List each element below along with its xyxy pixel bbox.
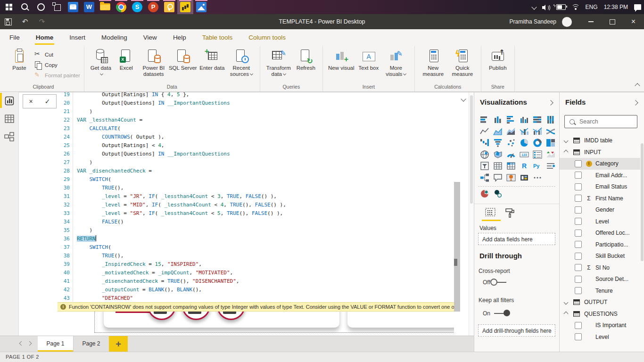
powerpoint-icon[interactable] xyxy=(145,0,161,14)
clock[interactable]: 12:38 PM xyxy=(604,4,628,10)
matrix-icon[interactable] xyxy=(504,160,518,172)
word-icon[interactable] xyxy=(81,0,97,14)
close-button[interactable]: × xyxy=(623,14,644,29)
photos-icon[interactable] xyxy=(193,0,209,14)
code-line-29[interactable]: 29 SWITCH( xyxy=(58,175,454,184)
expand-formula-bar-icon[interactable] xyxy=(461,96,466,101)
funnel-chart-icon[interactable] xyxy=(491,137,504,149)
code-line-33[interactable]: 33 _level = "SR", IF( _lessthan4Count < … xyxy=(58,209,454,218)
field-category[interactable]: !Category xyxy=(560,158,640,170)
code-line-36[interactable]: 36RETURN xyxy=(58,235,454,243)
menu-help[interactable]: Help xyxy=(173,29,186,46)
field-checkbox[interactable] xyxy=(575,195,582,202)
python-visual-icon[interactable]: Py xyxy=(531,160,544,172)
keep-all-filters-toggle[interactable]: On xyxy=(483,310,506,317)
field-checkbox[interactable] xyxy=(575,276,582,283)
menu-column-tools[interactable]: Column tools xyxy=(248,29,286,46)
report-canvas[interactable] xyxy=(58,312,454,336)
pie-chart-icon[interactable] xyxy=(518,137,531,149)
new-measure-button[interactable]: New measure xyxy=(419,46,447,77)
quick-measure-button[interactable]: Quick measure xyxy=(448,46,477,77)
kpi-icon[interactable] xyxy=(544,149,557,161)
copy-button[interactable]: Copy xyxy=(34,60,80,70)
cancel-formula-button[interactable]: × xyxy=(29,98,33,105)
power-bi-icon[interactable] xyxy=(177,0,193,14)
r-script-visual-icon[interactable]: R xyxy=(518,160,531,172)
menu-insert[interactable]: Insert xyxy=(69,29,85,46)
field-source-det[interactable]: Source Det... xyxy=(560,273,640,285)
smart-narrative-icon[interactable] xyxy=(544,160,557,172)
new-page-button[interactable]: + xyxy=(109,336,128,352)
power-bi-datasets-button[interactable]: Power BI datasets xyxy=(140,46,168,77)
code-line-23[interactable]: 23 CALCULATE( xyxy=(58,124,454,133)
publish-button[interactable]: Publish xyxy=(486,46,510,71)
field-email-status[interactable]: Email Status xyxy=(560,181,640,193)
chevron-up-icon[interactable] xyxy=(564,150,569,155)
code-line-41[interactable]: 41 _disenchantedCheck = TRUE(), "DISENCH… xyxy=(58,277,454,286)
action-center-icon[interactable] xyxy=(634,4,641,10)
area-chart-icon[interactable] xyxy=(491,126,504,138)
field-checkbox[interactable] xyxy=(575,160,582,167)
sql-server-button[interactable]: SQL Server xyxy=(169,46,197,71)
table-output[interactable]: OUTPUT xyxy=(560,296,640,308)
field-email-addr[interactable]: Email Addr... xyxy=(560,170,640,181)
field-checkbox[interactable] xyxy=(575,333,582,340)
field-checkbox[interactable] xyxy=(575,230,582,237)
gauge-icon[interactable] xyxy=(504,149,518,161)
multi-row-card-icon[interactable] xyxy=(531,149,544,161)
search-icon[interactable] xyxy=(17,0,33,14)
field-checkbox[interactable] xyxy=(575,322,582,329)
field-checkbox[interactable] xyxy=(575,218,582,225)
field-gender[interactable]: Gender xyxy=(560,204,640,216)
line-chart-icon[interactable] xyxy=(478,126,491,138)
report-view-button[interactable] xyxy=(0,92,19,110)
editor-scrollbar[interactable] xyxy=(454,182,460,312)
menu-modeling[interactable]: Modeling xyxy=(101,29,127,46)
code-line-19[interactable]: 19 Output[Ratings] IN { 4, 5 }, xyxy=(58,92,454,99)
code-line-21[interactable]: 21 ) xyxy=(58,107,454,116)
code-line-28[interactable]: 28VAR _disenchantedCheck = xyxy=(58,167,454,175)
field-checkbox[interactable] xyxy=(575,253,582,260)
page-scrollbar[interactable] xyxy=(469,92,474,336)
100-stacked-bar-chart-icon[interactable] xyxy=(531,114,544,126)
code-line-26[interactable]: 26 Output[Questions] IN __ImportantQuest… xyxy=(58,150,454,158)
stacked-column-chart-icon[interactable] xyxy=(491,114,504,126)
chevron-down-icon[interactable] xyxy=(564,138,569,143)
code-line-38[interactable]: 38 TRUE(), xyxy=(58,252,454,260)
clustered-column-chart-icon[interactable] xyxy=(518,114,531,126)
field-skill-bucket[interactable]: Skill Bucket xyxy=(560,250,640,262)
field-first-name[interactable]: ΣFirst Name xyxy=(560,193,640,205)
code-line-24[interactable]: 24 COUNTROWS( Output ), xyxy=(58,133,454,141)
mail-icon[interactable] xyxy=(65,0,81,14)
recent-sources-button[interactable]: Recent sources xyxy=(227,46,256,77)
field-participatio[interactable]: Participatio... xyxy=(560,239,640,251)
table-imdd-table[interactable]: IMDD table xyxy=(560,135,640,147)
q-and-a-icon[interactable] xyxy=(491,172,504,184)
add-drill-through-fields-well[interactable]: Add drill-through fields here xyxy=(478,324,555,337)
maximize-button[interactable] xyxy=(602,14,623,29)
cortana-icon[interactable] xyxy=(33,0,49,14)
skype-icon[interactable] xyxy=(129,0,145,14)
field-checkbox[interactable] xyxy=(575,264,582,271)
arcgis-map-icon[interactable] xyxy=(504,172,518,184)
code-line-40[interactable]: 40 _motivatedCheck = _impQCount, "MOTIVA… xyxy=(58,269,454,277)
search-input[interactable]: Search xyxy=(564,115,637,128)
code-line-37[interactable]: 37 SWITCH( xyxy=(58,243,454,252)
card-icon[interactable]: 123 xyxy=(518,149,531,161)
field-checkbox[interactable] xyxy=(575,241,582,248)
menu-file[interactable]: File xyxy=(9,29,20,46)
collapse-fields-icon[interactable] xyxy=(633,100,638,105)
decomposition-tree-icon[interactable] xyxy=(478,172,491,184)
enter-data-button[interactable]: Enter data xyxy=(198,46,226,71)
line-and-stacked-column-chart-icon[interactable] xyxy=(518,126,531,138)
custom-visual-pie-icon[interactable] xyxy=(478,188,491,200)
paste-button[interactable]: Paste xyxy=(7,46,32,71)
task-view-icon[interactable] xyxy=(49,0,65,14)
excel-button[interactable]: Excel xyxy=(114,46,139,71)
cut-button[interactable]: Cut xyxy=(34,49,80,60)
add-data-fields-well[interactable]: Add data fields here xyxy=(478,233,555,245)
file-explorer-icon[interactable] xyxy=(97,0,113,14)
wifi-icon[interactable] xyxy=(572,4,579,10)
tab-page-1[interactable]: Page 1 xyxy=(38,336,74,352)
stacked-bar-chart-icon[interactable] xyxy=(478,114,491,126)
